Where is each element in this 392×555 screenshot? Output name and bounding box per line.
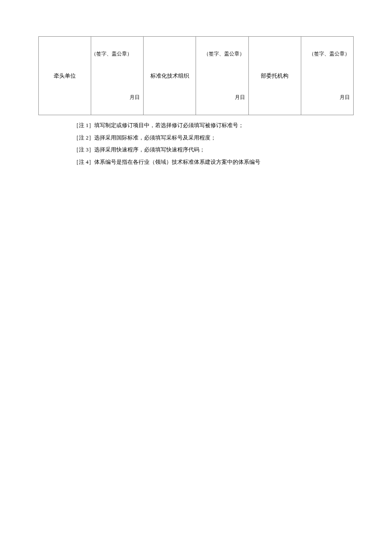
standardization-org-label: 标准化技术组织 — [150, 73, 189, 79]
delegated-org-label: 部委托机构 — [261, 73, 288, 79]
lead-unit-date: 月日 — [91, 94, 143, 101]
standardization-org-date: 月日 — [196, 94, 248, 101]
lead-unit-label: 牵头单位 — [54, 73, 76, 79]
signature-table: 牵头单位 （签字、盖公章） 月日 标准化技术组织 （签字、盖公章） 月日 部委托… — [38, 36, 354, 115]
standardization-org-label-cell: 标准化技术组织 — [144, 37, 196, 115]
note-1: ［注 1］填写制定或修订项目中，若选择修订必须填写被修订标准号； — [73, 119, 392, 132]
lead-unit-signature-cell: （签字、盖公章） 月日 — [91, 37, 144, 115]
delegated-org-date: 月日 — [301, 94, 353, 101]
note-3: ［注 3］选择采用快速程序，必须填写快速程序代码； — [73, 144, 392, 156]
table-row: 牵头单位 （签字、盖公章） 月日 标准化技术组织 （签字、盖公章） 月日 部委托… — [39, 37, 354, 115]
delegated-org-signature-cell: （签字、盖公章） 月日 — [301, 37, 353, 115]
notes-section: ［注 1］填写制定或修订项目中，若选择修订必须填写被修订标准号； ［注 2］选择… — [73, 119, 392, 168]
delegated-org-signature-text: （签字、盖公章） — [301, 50, 353, 58]
note-4: ［注 4］体系编号是指在各行业（领域）技术标准体系建设方案中的体系编号 — [73, 156, 392, 169]
delegated-org-label-cell: 部委托机构 — [248, 37, 301, 115]
lead-unit-label-cell: 牵头单位 — [39, 37, 91, 115]
document-page: 牵头单位 （签字、盖公章） 月日 标准化技术组织 （签字、盖公章） 月日 部委托… — [0, 0, 392, 555]
lead-unit-signature-text: （签字、盖公章） — [91, 50, 143, 58]
standardization-org-signature-cell: （签字、盖公章） 月日 — [196, 37, 248, 115]
note-2: ［注 2］选择采用国际标准，必须填写采标号及采用程度； — [73, 132, 392, 144]
standardization-org-signature-text: （签字、盖公章） — [196, 50, 248, 58]
